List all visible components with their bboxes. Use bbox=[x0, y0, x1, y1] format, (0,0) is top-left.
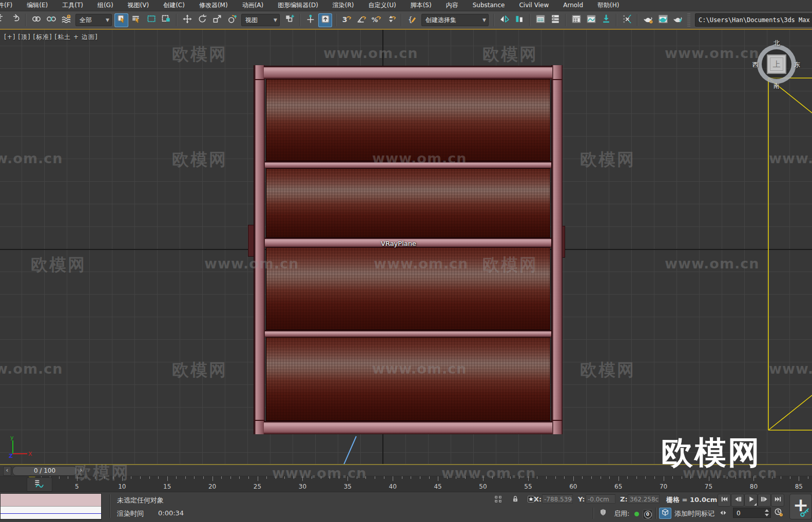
z-coord-field[interactable]: 362.258cm bbox=[628, 494, 660, 504]
menu-7[interactable]: 修改器(M) bbox=[192, 0, 235, 11]
menu-8[interactable]: 动画(A) bbox=[235, 0, 271, 11]
scatter-tools-button[interactable] bbox=[620, 13, 634, 27]
time-configuration-button[interactable] bbox=[772, 508, 785, 519]
use-pivot-point-button[interactable] bbox=[282, 13, 296, 27]
listener-line[interactable] bbox=[1, 507, 101, 519]
go-to-end-button[interactable] bbox=[771, 494, 784, 507]
scene-explorer-button[interactable] bbox=[548, 13, 562, 27]
compass-cube[interactable]: 上 bbox=[767, 54, 786, 74]
select-and-place-button[interactable] bbox=[225, 13, 239, 27]
spinner-snap-toggle[interactable] bbox=[384, 13, 398, 27]
compass-south-label[interactable]: 南 bbox=[774, 82, 780, 90]
curve-editor-button[interactable] bbox=[584, 13, 598, 27]
menu-3[interactable]: 工具(T) bbox=[55, 0, 90, 11]
menu-6[interactable]: 创建(C) bbox=[156, 0, 192, 11]
viewcube-compass[interactable]: 上 北 南 西 东 bbox=[751, 38, 802, 90]
menu-14[interactable]: Substance bbox=[466, 0, 512, 11]
frame-spinner[interactable] bbox=[764, 509, 769, 516]
selection-lock-toggle[interactable] bbox=[509, 494, 521, 506]
material-editor-button[interactable] bbox=[641, 13, 655, 27]
key-mode-toggle[interactable] bbox=[718, 508, 729, 519]
adaptive-degradation-button[interactable] bbox=[597, 508, 609, 519]
ribbon-toggle-button[interactable] bbox=[569, 13, 583, 27]
keyboard-override-toggle[interactable] bbox=[318, 13, 332, 27]
menu-10[interactable]: 渲染(R) bbox=[325, 0, 361, 11]
frame-tick-label: 5 bbox=[75, 483, 79, 490]
macro-recorder-line[interactable] bbox=[1, 494, 101, 507]
menu-5[interactable]: 视图(V) bbox=[121, 0, 157, 11]
current-frame-field[interactable]: 0 bbox=[733, 508, 771, 518]
previous-frame-button[interactable] bbox=[731, 494, 744, 507]
menu-13[interactable]: 内容 bbox=[439, 0, 466, 11]
undo-button[interactable] bbox=[0, 13, 7, 27]
menu-11[interactable]: 自定义(U) bbox=[361, 0, 403, 11]
snap-toggle-3d-button[interactable]: 3 bbox=[339, 13, 353, 27]
align-button[interactable] bbox=[512, 13, 526, 27]
select-and-link-button[interactable] bbox=[29, 13, 43, 27]
schematic-view-button[interactable] bbox=[599, 13, 613, 27]
x-coord-field[interactable]: -788.539cm bbox=[542, 494, 573, 504]
reference-coordinate-dropdown[interactable]: 视图▼ bbox=[241, 14, 280, 26]
mirror-button[interactable] bbox=[497, 13, 511, 27]
menu-4[interactable]: 组(G) bbox=[90, 0, 121, 11]
redo-button[interactable] bbox=[8, 13, 22, 27]
compass-east-label[interactable]: 东 bbox=[794, 61, 800, 69]
prev-frame-slider-button[interactable]: ‹ bbox=[3, 466, 11, 476]
add-time-tag[interactable]: 添加时间标记 bbox=[674, 509, 714, 518]
edit-named-selection-sets-button[interactable]: { bbox=[405, 13, 419, 27]
object-panel-1 bbox=[266, 79, 550, 161]
menu-bar: 文件(F)编辑(E)工具(T)组(G)视图(V)创建(C)修改器(M)动画(A)… bbox=[0, 0, 812, 11]
maxscript-mini-listener[interactable] bbox=[0, 493, 102, 520]
frame-tick bbox=[573, 476, 574, 481]
place-icon bbox=[227, 14, 237, 26]
select-object-button[interactable] bbox=[114, 13, 128, 27]
menu-16[interactable]: Arnold bbox=[556, 0, 590, 11]
next-frame-button[interactable] bbox=[758, 494, 771, 507]
bind-to-space-warp-button[interactable] bbox=[59, 13, 73, 27]
named-selection-sets-dropdown[interactable]: 创建选择集▼ bbox=[421, 14, 489, 26]
project-folder-dropdown[interactable]: C:\Users\Han\Documents\3ds Max 2022▼ bbox=[695, 13, 812, 27]
play-button[interactable] bbox=[744, 494, 758, 507]
rectangular-selection-region-button[interactable] bbox=[144, 13, 158, 27]
object-left-rail bbox=[254, 65, 265, 434]
toolbar-separator bbox=[687, 13, 690, 27]
time-tag-cube-button[interactable] bbox=[659, 508, 671, 519]
compass-north-label[interactable]: 北 bbox=[774, 39, 780, 48]
frame-tick-label: 75 bbox=[705, 483, 712, 490]
layer-manager-button[interactable] bbox=[533, 13, 547, 27]
set-key-button[interactable]: + bbox=[789, 494, 812, 519]
next-frame-slider-button[interactable]: › bbox=[77, 466, 85, 476]
select-icon bbox=[117, 14, 127, 26]
select-and-manipulate-button[interactable] bbox=[303, 13, 317, 27]
percent-snap-toggle[interactable]: % bbox=[369, 13, 383, 27]
window-crossing-toggle[interactable] bbox=[159, 13, 173, 27]
vrayplane-object[interactable] bbox=[254, 65, 563, 434]
menu-1[interactable]: 文件(F) bbox=[0, 0, 20, 11]
degradation-count-badge[interactable]: 0 bbox=[643, 509, 653, 519]
menu-9[interactable]: 图形编辑器(D) bbox=[270, 0, 325, 11]
time-slider[interactable]: 0 / 100 bbox=[12, 466, 77, 476]
unlink-selection-button[interactable] bbox=[44, 13, 58, 27]
frame-tick-label: 15 bbox=[163, 483, 171, 490]
mini-curve-editor-button[interactable] bbox=[27, 477, 52, 492]
track-bar[interactable]: 0510152025303540455055606570758085 bbox=[0, 476, 812, 492]
schematic-icon bbox=[601, 14, 611, 26]
render-setup-button[interactable] bbox=[656, 13, 670, 27]
selection-filter-dropdown[interactable]: 全部▼ bbox=[75, 14, 112, 26]
menu-12[interactable]: 脚本(S) bbox=[403, 0, 439, 11]
go-to-start-button[interactable] bbox=[718, 494, 731, 507]
viewport-top[interactable]: y X Z VRayPlane [+] [顶] [标准] [粘土 + 边面] 上… bbox=[0, 29, 812, 465]
angle-snap-toggle[interactable] bbox=[354, 13, 368, 27]
render-button[interactable] bbox=[671, 13, 685, 27]
select-and-move-button[interactable] bbox=[180, 13, 194, 27]
select-and-rotate-button[interactable] bbox=[195, 13, 209, 27]
menu-2[interactable]: 编辑(E) bbox=[20, 0, 55, 11]
select-by-name-button[interactable] bbox=[129, 13, 143, 27]
isolate-selection-button[interactable] bbox=[492, 494, 504, 506]
menu-17[interactable]: 帮助(H) bbox=[590, 0, 626, 11]
select-and-scale-button[interactable] bbox=[210, 13, 224, 27]
menu-15[interactable]: Civil View bbox=[512, 0, 556, 11]
compass-west-label[interactable]: 西 bbox=[752, 61, 759, 69]
viewport-label[interactable]: [+] [顶] [标准] [粘土 + 边面] bbox=[4, 33, 98, 42]
y-coord-field[interactable]: -0.0cm bbox=[586, 494, 615, 504]
